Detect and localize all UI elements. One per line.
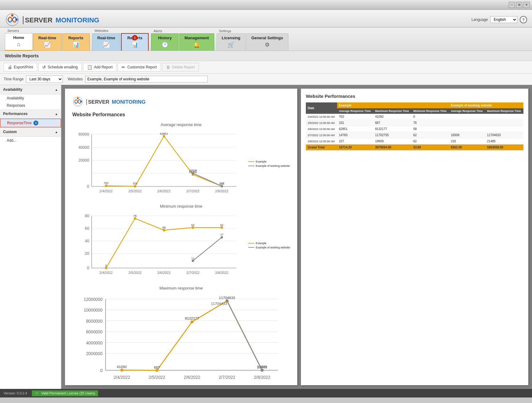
- svg-text:16508: 16508: [189, 169, 197, 172]
- nav-group-websites: Websites Real-time 📈 1 Reports 📊: [92, 28, 149, 51]
- title-bar: ─ ⧉ ✕: [0, 0, 532, 10]
- nav-group-servers: Servers Home ⌂ Real-time 📈 Reports 📊: [5, 28, 90, 51]
- sidebar-item-add[interactable]: Add...: [0, 137, 61, 144]
- nav-group-label-settings: Settings: [217, 28, 288, 33]
- tab-settings-general[interactable]: General Settings ⚙: [246, 33, 288, 51]
- filter-bar: Time Range Last 30 days Websites: [0, 74, 532, 85]
- legend2-working: Example of working website: [248, 246, 290, 249]
- svg-point-64: [221, 236, 223, 239]
- restore-button[interactable]: ⧉: [516, 2, 522, 8]
- svg-text:8000000: 8000000: [86, 319, 103, 323]
- svg-text:40: 40: [85, 239, 89, 244]
- svg-text:687: 687: [154, 365, 160, 369]
- chart-max-svg: 12000000 10000000 8000000 6000000 400000…: [72, 293, 290, 389]
- customize-report-button[interactable]: ✏ Customize Report: [118, 63, 161, 71]
- svg-text:62: 62: [220, 223, 224, 227]
- title-bar-controls: ─ ⧉ ✕: [509, 2, 530, 8]
- table-subheader-min1: Minimum Response Time: [412, 108, 449, 114]
- tab-settings-licensing[interactable]: Licensing 🛒: [217, 33, 246, 51]
- customize-icon: ✏: [122, 65, 125, 70]
- sidebar-item-availability[interactable]: Availability: [0, 94, 61, 102]
- websites-filter-group: Websites: [68, 76, 208, 83]
- tab-home[interactable]: Home ⌂: [5, 33, 32, 51]
- table-header-date: Date: [306, 102, 337, 114]
- svg-text:11704633: 11704633: [219, 295, 235, 300]
- tab-websites-reports[interactable]: 1 Reports 📊: [121, 33, 149, 51]
- tab-servers-realtime[interactable]: Real-time 📈: [33, 33, 62, 51]
- svg-text:2/4/2022: 2/4/2022: [114, 375, 130, 380]
- logo-area: | SERVER MONITORING: [5, 12, 99, 27]
- schedule-icon: ↺: [42, 65, 46, 70]
- chart-avg-response: Average response time 6000: [72, 122, 290, 198]
- svg-text:60: 60: [85, 227, 89, 231]
- minimize-button[interactable]: ─: [509, 2, 515, 8]
- svg-point-1: [11, 14, 13, 17]
- svg-text:11: 11: [191, 257, 195, 260]
- nav-group-settings: Settings Licensing 🛒 General Settings ⚙: [217, 28, 288, 51]
- table-row: 2/4/2022 12:00:00 AM 702 41092 0: [306, 114, 523, 120]
- sidebar-item-responses[interactable]: Responses: [0, 102, 61, 109]
- report-area: | SERVER MONITORING Website Performances…: [61, 85, 532, 389]
- chart-avg-svg: 60000 40000 20000 0 2/4/2022 2/5/2022: [72, 129, 246, 197]
- nav-tabs-settings: Licensing 🛒 General Settings ⚙: [217, 33, 288, 51]
- svg-point-90: [191, 320, 194, 323]
- svg-point-32: [192, 172, 194, 175]
- add-icon: 📋: [87, 65, 92, 70]
- svg-text:2/8/2022: 2/8/2022: [215, 189, 228, 193]
- language-label: Language: [472, 17, 488, 22]
- svg-text:0: 0: [105, 264, 107, 267]
- tab-servers-reports[interactable]: Reports 📊: [62, 33, 90, 51]
- help-button[interactable]: ?: [520, 16, 527, 23]
- svg-text:8132177: 8132177: [185, 316, 199, 320]
- svg-point-2: [15, 18, 18, 21]
- websites-label: Websites: [68, 77, 83, 81]
- tab-alerts-history[interactable]: History 🕐: [151, 33, 179, 51]
- svg-point-22: [105, 185, 107, 187]
- delete-report-button[interactable]: 🗑 Delete Report: [162, 63, 199, 71]
- table-header-example: Example: [337, 102, 449, 108]
- table-subheader-avg2: Average Response Time: [449, 108, 485, 114]
- logo-server: SERVER: [25, 16, 52, 24]
- svg-text:2/6/2022: 2/6/2022: [184, 375, 200, 380]
- tab-websites-realtime[interactable]: Real-time 📈: [92, 33, 121, 51]
- export-print-button[interactable]: 🖨 Export/Print: [4, 63, 37, 71]
- sidebar-section-performances: Performances ▲ ResponseTime 2: [0, 109, 61, 127]
- report-page-title: Website Performances: [72, 112, 290, 117]
- svg-point-23: [134, 185, 136, 187]
- websites-input[interactable]: [85, 76, 208, 83]
- schedule-emailing-button[interactable]: ↺ Schedule emailing: [38, 63, 82, 71]
- svg-text:62: 62: [191, 223, 195, 227]
- license-icon: 🛒: [35, 391, 39, 395]
- app-header: | SERVER MONITORING Language English ?: [0, 10, 532, 28]
- close-button[interactable]: ✕: [523, 2, 530, 8]
- sidebar-section-header-custom[interactable]: Custom ▲: [0, 127, 61, 137]
- chevron-up-icon-perf: ▲: [55, 112, 58, 116]
- time-range-select[interactable]: Last 30 days: [26, 75, 63, 83]
- sidebar-section-header-performances[interactable]: Performances ▲: [0, 109, 61, 119]
- table-row: 2/5/2022 12:00:00 AM 101 687 76: [306, 120, 523, 126]
- sidebar-section-header-availability[interactable]: Availability ▲: [0, 85, 61, 94]
- svg-text:60000: 60000: [78, 132, 89, 136]
- nav-group-label-servers: Servers: [5, 28, 90, 33]
- svg-text:2000000: 2000000: [86, 351, 103, 356]
- language-area: Language English ?: [472, 16, 527, 23]
- nav-tabs-alerts: History 🕐 Management 🔔: [151, 33, 214, 51]
- legend-example-working: Example of working website: [248, 164, 290, 167]
- svg-text:216: 216: [219, 182, 224, 185]
- tab-alerts-management[interactable]: Management 🔔: [179, 33, 214, 51]
- sidebar-section-custom: Custom ▲ Add...: [0, 127, 61, 144]
- svg-point-54: [134, 217, 136, 220]
- table-subheader-max2: Maximum Response Time: [485, 108, 523, 114]
- main-content: Website Reports 🖨 Export/Print ↺ Schedul…: [0, 51, 532, 389]
- language-select[interactable]: English: [490, 16, 517, 23]
- svg-point-55: [163, 229, 165, 232]
- sidebar-item-responsetime[interactable]: ResponseTime 2: [0, 119, 61, 127]
- version-label: Version: 5.0.2.4: [4, 391, 27, 395]
- svg-text:2/6/2022: 2/6/2022: [158, 189, 171, 193]
- navigation-bar: Servers Home ⌂ Real-time 📈 Reports 📊 Web…: [0, 28, 532, 51]
- chart-avg-title: Average response time: [72, 122, 290, 127]
- report-page-left: | SERVER MONITORING Website Performances…: [65, 89, 297, 385]
- svg-point-5: [80, 101, 82, 102]
- add-report-button[interactable]: 📋 Add Report: [83, 63, 117, 71]
- report-right-title: Website Performances: [306, 94, 523, 99]
